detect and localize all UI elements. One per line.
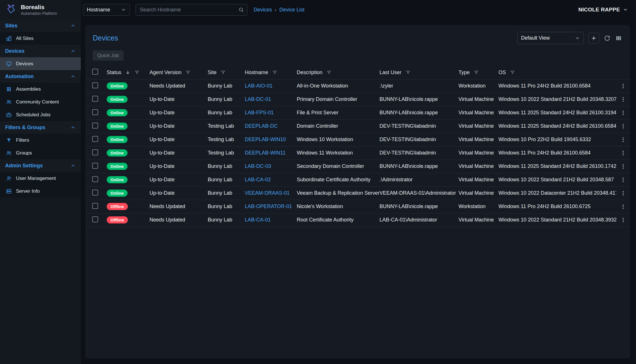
last-user-cell: DEV-TESTING\labadmin — [379, 133, 459, 146]
row-checkbox[interactable] — [92, 216, 98, 222]
select-all-checkbox[interactable] — [92, 69, 98, 75]
site-cell: Bunny Lab — [208, 106, 245, 119]
row-actions-button[interactable] — [616, 217, 630, 223]
row-checkbox[interactable] — [92, 163, 98, 169]
hostname-link[interactable]: LAB-DC-03 — [245, 163, 271, 169]
hostname-link[interactable]: LAB-DC-01 — [245, 96, 271, 102]
grid-icon — [6, 86, 12, 92]
row-actions-button[interactable] — [616, 190, 630, 196]
plus-icon — [591, 35, 597, 41]
quick-job-button[interactable]: Quick Job — [93, 50, 124, 61]
sidebar-section-admin-settings[interactable]: Admin Settings — [0, 159, 81, 172]
row-actions-button[interactable] — [616, 83, 630, 89]
os-cell: Windows 11 Pro 24H2 Build 26100.6584 — [498, 146, 616, 160]
search-input[interactable] — [136, 4, 247, 16]
sidebar-item-groups[interactable]: Groups — [0, 147, 81, 159]
refresh-button[interactable] — [604, 35, 611, 42]
filter-icon[interactable] — [510, 70, 515, 75]
row-checkbox[interactable] — [92, 136, 98, 142]
os-cell: Windows 11 2025 Standard 24H2 Build 2610… — [498, 119, 616, 133]
site-cell: Bunny Lab — [208, 186, 245, 200]
hostname-link[interactable]: DEEPLAB-DC — [245, 123, 278, 129]
row-checkbox[interactable] — [92, 149, 98, 155]
filter-icon[interactable] — [405, 70, 411, 75]
device-row-lab-dc-03: OnlineUp-to-DateBunny LabLAB-DC-03Second… — [85, 160, 630, 173]
row-actions-button[interactable] — [616, 163, 630, 170]
sidebar-item-community-content[interactable]: Community Content — [0, 95, 81, 108]
status-badge: Online — [107, 109, 128, 116]
chevron-down-icon — [623, 7, 628, 12]
sidebar-item-devices[interactable]: Devices — [0, 57, 81, 70]
status-badge: Online — [107, 123, 128, 130]
column-label: Agent Version — [150, 70, 181, 76]
row-checkbox[interactable] — [92, 109, 98, 115]
column-header-hostname[interactable]: Hostname — [245, 66, 297, 79]
filter-icon[interactable] — [134, 70, 140, 75]
filter-icon[interactable] — [185, 70, 191, 75]
row-actions-button[interactable] — [616, 123, 630, 129]
add-view-button[interactable] — [588, 33, 599, 44]
sidebar-item-all-sites[interactable]: All Sites — [0, 32, 81, 45]
sidebar-section-automation[interactable]: Automation — [0, 70, 81, 83]
column-header-site[interactable]: Site — [208, 66, 245, 79]
view-select-value: Default View — [521, 35, 550, 41]
sidebar-item-scheduled-jobs[interactable]: Scheduled Jobs — [0, 108, 81, 121]
kebab-icon — [620, 123, 626, 129]
row-checkbox[interactable] — [92, 82, 98, 88]
filter-icon[interactable] — [272, 70, 277, 75]
sidebar-section-filters-groups[interactable]: Filters & Groups — [0, 121, 81, 134]
sidebar-item-user-management[interactable]: User Management — [0, 172, 81, 185]
view-select[interactable]: Default View — [517, 32, 584, 44]
hostname-link[interactable]: LAB-AIO-01 — [245, 83, 272, 89]
filter-icon[interactable] — [474, 70, 479, 75]
search-field-select-value: Hostname — [87, 7, 110, 13]
hostname-link[interactable]: DEEPLAB-WIN11 — [245, 150, 286, 156]
sidebar-item-assemblies[interactable]: Assemblies — [0, 83, 81, 95]
hostname-link[interactable]: DEEPLAB-WIN10 — [245, 137, 286, 142]
column-header-os[interactable]: OS — [498, 66, 616, 79]
search-icon[interactable] — [238, 7, 244, 13]
agent-version-cell: Up-to-Date — [150, 186, 208, 200]
row-checkbox[interactable] — [92, 96, 98, 102]
row-actions-button[interactable] — [616, 204, 630, 210]
sidebar-section-devices[interactable]: Devices — [0, 45, 81, 57]
user-menu[interactable]: NICOLE RAPPE — [578, 7, 628, 13]
brand: Borealis Automation Platform — [0, 0, 81, 19]
row-actions-button[interactable] — [616, 110, 630, 116]
row-actions-button[interactable] — [616, 177, 630, 183]
hostname-link[interactable]: LAB-OPERATOR-01 — [245, 204, 292, 209]
sidebar-section-label: Devices — [5, 48, 25, 54]
filter-icon[interactable] — [221, 70, 226, 75]
search-field-select[interactable]: Hostname — [83, 4, 130, 16]
last-user-cell: BUNNY-LAB\nicole.rappe — [379, 160, 459, 173]
hostname-link[interactable]: LAB-FPS-01 — [245, 110, 274, 115]
column-label: Last User — [379, 70, 401, 76]
row-actions-button[interactable] — [616, 150, 630, 156]
column-header-agent-version[interactable]: Agent Version — [150, 66, 208, 79]
breadcrumb-parent[interactable]: Devices — [254, 7, 272, 13]
kebab-icon — [620, 204, 626, 210]
breadcrumb-current[interactable]: Device List — [279, 7, 304, 13]
column-header-type[interactable]: Type — [459, 66, 498, 79]
row-checkbox[interactable] — [92, 176, 98, 182]
hostname-link[interactable]: LAB-CA-02 — [245, 177, 271, 182]
device-row-lab-fps-01: OnlineUp-to-DateBunny LabLAB-FPS-01File … — [85, 106, 630, 119]
row-actions-button[interactable] — [616, 96, 630, 103]
row-actions-button[interactable] — [616, 137, 630, 143]
row-checkbox[interactable] — [92, 203, 98, 209]
site-cell: Bunny Lab — [208, 173, 245, 186]
last-user-cell: LAB-CA-01\Administrator — [379, 213, 459, 227]
hostname-link[interactable]: LAB-CA-01 — [245, 217, 271, 223]
sidebar-item-filters[interactable]: Filters — [0, 134, 81, 147]
sidebar-section-sites[interactable]: Sites — [0, 19, 81, 32]
row-checkbox[interactable] — [92, 190, 98, 196]
column-header-status[interactable]: Status — [107, 66, 150, 79]
filter-icon[interactable] — [326, 70, 332, 75]
column-header-description[interactable]: Description — [297, 66, 379, 79]
hostname-link[interactable]: VEEAM-DRAAS-01 — [245, 190, 290, 196]
sidebar-item-server-info[interactable]: Server Info — [0, 185, 81, 198]
row-checkbox[interactable] — [92, 123, 98, 129]
column-header-last-user[interactable]: Last User — [379, 66, 459, 79]
columns-button[interactable] — [615, 35, 622, 42]
description-cell: Secondary Domain Controller — [297, 160, 379, 173]
